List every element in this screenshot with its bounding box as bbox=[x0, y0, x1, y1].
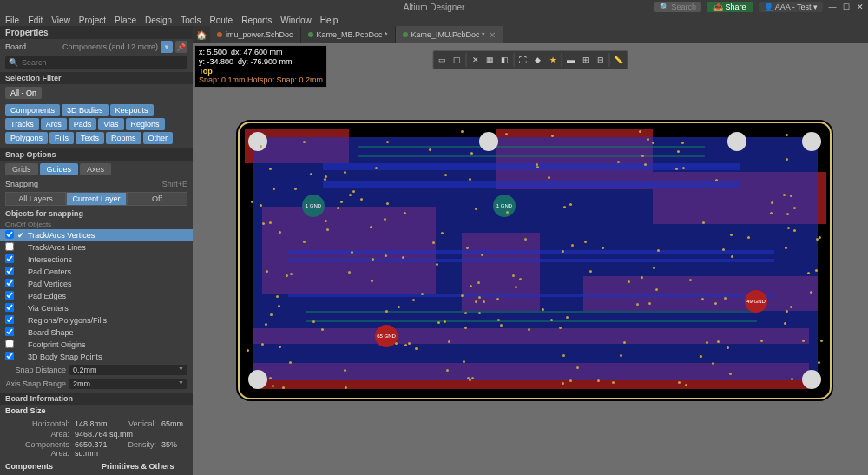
tool-mask[interactable]: ▦ bbox=[483, 53, 497, 67]
tool-grid[interactable]: ⊟ bbox=[594, 53, 608, 67]
tool-altium[interactable]: ⊞ bbox=[579, 53, 593, 67]
section-snap-options[interactable]: Snap Options bbox=[0, 148, 193, 161]
share-button[interactable]: 📤 Share bbox=[707, 2, 753, 12]
app-title: Altium Designer bbox=[404, 3, 465, 12]
user-menu[interactable]: 👤 AAA - Test ▾ bbox=[759, 2, 823, 12]
chip-3d-bodies[interactable]: 3D Bodies bbox=[62, 104, 108, 116]
snap-item-9[interactable]: Footprint Origins bbox=[0, 339, 193, 351]
chip-keepouts[interactable]: Keepouts bbox=[110, 104, 154, 116]
snap-item-checkbox[interactable] bbox=[5, 242, 14, 251]
section-board-info[interactable]: Board Information bbox=[0, 393, 193, 405]
tab-axes[interactable]: Axes bbox=[80, 163, 111, 175]
menu-reports[interactable]: Reports bbox=[241, 16, 272, 25]
snap-item-label: Pad Vertices bbox=[28, 280, 72, 288]
seg-all-layers[interactable]: All Layers bbox=[5, 192, 66, 206]
menu-tools[interactable]: Tools bbox=[181, 16, 201, 25]
panel-title: Properties bbox=[0, 26, 193, 39]
snap-distance-input[interactable]: 0.2mm▼ bbox=[69, 365, 187, 375]
snap-item-checkbox[interactable] bbox=[5, 267, 14, 275]
menu-place[interactable]: Place bbox=[115, 16, 136, 25]
pin-button[interactable]: 📌 bbox=[175, 41, 187, 53]
document-tabs: 🏠 imu_power.SchDoc Kame_MB.PcbDoc * Kame… bbox=[193, 26, 868, 43]
menu-bar: File Edit View Project Place Design Tool… bbox=[0, 14, 868, 26]
val-comp-area: 6650.371 sq.mm bbox=[75, 440, 127, 458]
tool-net-color[interactable]: ◆ bbox=[531, 53, 545, 67]
menu-help[interactable]: Help bbox=[320, 16, 339, 25]
filter-button[interactable]: ▼ bbox=[161, 41, 173, 53]
snap-item-checkbox[interactable] bbox=[5, 352, 14, 360]
close-icon[interactable]: ✕ bbox=[489, 30, 496, 40]
chip-other[interactable]: Other bbox=[143, 132, 174, 144]
tab-pcb-imu[interactable]: Kame_IMU.PcbDoc *✕ bbox=[396, 26, 503, 43]
snap-item-0[interactable]: ✔Track/Arcs Vertices bbox=[0, 229, 193, 241]
snap-item-checkbox[interactable] bbox=[5, 340, 14, 348]
panel-search-input[interactable] bbox=[22, 58, 184, 67]
chip-fills[interactable]: Fills bbox=[49, 132, 74, 144]
snap-item-6[interactable]: Via Centers bbox=[0, 302, 193, 314]
minimize-button[interactable]: — bbox=[828, 3, 837, 11]
tab-grids[interactable]: Grids bbox=[5, 163, 38, 175]
snap-item-checkbox[interactable] bbox=[5, 315, 14, 324]
chip-vias[interactable]: Vias bbox=[98, 118, 123, 130]
tool-single-layer[interactable]: ▬ bbox=[564, 53, 578, 67]
view-toolbar: ▭ ◫ ✕ ▦ ◧ ⛶ ◆ ★ ▬ ⊞ ⊟ 📏 bbox=[433, 50, 628, 69]
chip-texts[interactable]: Texts bbox=[76, 132, 104, 144]
chip-pads[interactable]: Pads bbox=[69, 118, 97, 130]
snap-item-checkbox[interactable] bbox=[5, 327, 14, 336]
seg-current-layer[interactable]: Current Layer bbox=[66, 192, 127, 206]
pcb-board: 1 GND 1 GND 65 GND 49 GND bbox=[236, 120, 833, 401]
snap-item-checkbox[interactable] bbox=[5, 279, 14, 287]
close-button[interactable]: ✕ bbox=[856, 3, 865, 11]
menu-file[interactable]: File bbox=[5, 16, 19, 25]
snap-item-8[interactable]: Board Shape bbox=[0, 327, 193, 339]
chip-regions[interactable]: Regions bbox=[126, 118, 165, 130]
home-tab[interactable]: 🏠 bbox=[193, 26, 210, 43]
snap-item-label: Pad Centers bbox=[28, 267, 71, 276]
tool-zoom-fit[interactable]: ⛶ bbox=[516, 53, 530, 67]
tool-lasso[interactable]: ◫ bbox=[450, 53, 464, 67]
pcb-canvas[interactable]: x: 5.500 dx: 47.600 mm y: -34.800 dy: -7… bbox=[193, 43, 868, 475]
maximize-button[interactable]: ☐ bbox=[842, 3, 851, 11]
snap-item-4[interactable]: Pad Vertices bbox=[0, 278, 193, 290]
tool-dim[interactable]: ◧ bbox=[498, 53, 512, 67]
menu-view[interactable]: View bbox=[51, 16, 70, 25]
tool-highlight[interactable]: ★ bbox=[546, 53, 560, 67]
tab-pcb-mb[interactable]: Kame_MB.PcbDoc * bbox=[301, 26, 396, 43]
menu-edit[interactable]: Edit bbox=[28, 16, 43, 25]
snap-item-checkbox[interactable] bbox=[5, 254, 14, 263]
tab-guides[interactable]: Guides bbox=[40, 163, 79, 175]
chip-tracks[interactable]: Tracks bbox=[5, 118, 39, 130]
snap-item-5[interactable]: Pad Edges bbox=[0, 290, 193, 302]
snap-item-checkbox[interactable] bbox=[5, 291, 14, 300]
panel-search[interactable]: 🔍 bbox=[5, 56, 187, 69]
chip-polygons[interactable]: Polygons bbox=[5, 132, 48, 144]
chip-components[interactable]: Components bbox=[5, 104, 60, 116]
gnd-pad-65: 65 GND bbox=[375, 325, 398, 347]
snap-item-1[interactable]: Track/Arcs Lines bbox=[0, 241, 193, 254]
tool-clear[interactable]: ✕ bbox=[469, 53, 483, 67]
tool-measure[interactable]: 📏 bbox=[612, 53, 626, 67]
chip-arcs[interactable]: Arcs bbox=[41, 118, 67, 130]
menu-window[interactable]: Window bbox=[280, 16, 312, 25]
snap-layer-segments: All Layers Current Layer Off bbox=[5, 192, 187, 206]
snap-item-2[interactable]: Intersections bbox=[0, 254, 193, 266]
snap-item-7[interactable]: Regions/Polygons/Fills bbox=[0, 314, 193, 327]
menu-route[interactable]: Route bbox=[210, 16, 233, 25]
snap-item-checkbox[interactable] bbox=[5, 230, 14, 239]
board-size-title: Board Size bbox=[0, 405, 193, 417]
section-selection-filter[interactable]: Selection Filter bbox=[0, 72, 193, 84]
gnd-pad-49: 49 GND bbox=[745, 290, 767, 313]
tool-select[interactable]: ▭ bbox=[436, 53, 450, 67]
snap-item-3[interactable]: Pad Centers bbox=[0, 266, 193, 278]
global-search[interactable]: 🔍 Search bbox=[654, 2, 701, 12]
snap-distance-label: Snap Distance bbox=[5, 366, 66, 374]
tab-schdoc[interactable]: imu_power.SchDoc bbox=[210, 26, 301, 43]
axis-range-input[interactable]: 2mm▼ bbox=[69, 379, 187, 389]
seg-off[interactable]: Off bbox=[127, 192, 187, 206]
snap-item-10[interactable]: 3D Body Snap Points bbox=[0, 351, 193, 363]
chip-rooms[interactable]: Rooms bbox=[106, 132, 141, 144]
menu-project[interactable]: Project bbox=[79, 16, 106, 25]
snap-item-checkbox[interactable] bbox=[5, 303, 14, 312]
chip-all-on[interactable]: All - On bbox=[5, 87, 42, 99]
menu-design[interactable]: Design bbox=[145, 16, 172, 25]
